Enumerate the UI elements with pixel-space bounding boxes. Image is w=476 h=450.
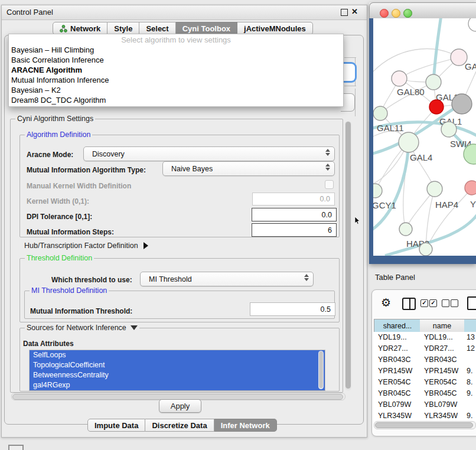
scrollbar-thumb[interactable] <box>375 422 473 428</box>
node-hap2[interactable] <box>399 223 412 236</box>
mac-zoom-button[interactable] <box>403 9 412 18</box>
node-hap4[interactable] <box>427 181 442 197</box>
table-row[interactable]: YBR045CYBR045C9. <box>374 388 476 399</box>
kernel-width-field[interactable]: 0.0 <box>252 193 335 206</box>
table-cell: 13 <box>467 333 475 341</box>
table-row[interactable]: YDR27...YDR27...12 <box>374 343 476 354</box>
algorithm-option[interactable]: ARACNE Algorithm <box>9 65 343 75</box>
tab-style[interactable]: Style <box>107 22 139 35</box>
node-gal10[interactable] <box>426 74 441 90</box>
table-cell: YLR345W <box>378 412 412 420</box>
table-cell: YDR27... <box>378 344 408 353</box>
node[interactable] <box>468 18 476 31</box>
combo-arrows-icon <box>325 149 330 156</box>
algorithm-option[interactable]: Basic Correlation Inference <box>9 55 343 65</box>
network-canvas[interactable]: GALGAL80GAL10GAL1GAL11SWI4GAL4GCY1HAP4YH… <box>373 18 476 256</box>
node-swi4[interactable] <box>441 122 457 137</box>
node-gal11[interactable] <box>373 106 387 120</box>
node-gal4[interactable] <box>399 132 419 152</box>
mi-type-combo[interactable]: Naive Bayes <box>162 161 335 176</box>
hub-definition-toggle[interactable]: Hub/Transcription Factor Definition <box>24 242 148 250</box>
table-icon[interactable] <box>467 296 476 310</box>
tab-network[interactable]: Network <box>53 22 107 35</box>
aracne-mode-combo[interactable]: Discovery <box>83 146 335 161</box>
table-horizontal-scrollbar[interactable] <box>374 421 476 429</box>
algorithm-option[interactable]: Bayesian – Hill Climbing <box>9 45 343 55</box>
checked-checkbox-icon[interactable]: ✓ <box>420 299 428 307</box>
gear-icon[interactable]: ⚙ <box>381 297 391 308</box>
node-y[interactable] <box>465 181 476 195</box>
table-cell: 12 <box>467 344 475 353</box>
tab-discretize-data[interactable]: Discretize Data <box>145 419 214 432</box>
tab-impute-data[interactable]: Impute Data <box>87 419 145 432</box>
table-cell: 9. <box>467 412 472 420</box>
mac-close-button[interactable] <box>380 9 389 18</box>
node-gal80[interactable] <box>392 71 407 86</box>
column-header-partial[interactable] <box>464 319 476 332</box>
algorithm-option[interactable]: Mutual Information Inference <box>9 75 343 85</box>
mi-steps-field[interactable]: 6 <box>252 223 337 237</box>
mac-minimize-button[interactable] <box>392 9 400 18</box>
node[interactable] <box>419 243 432 256</box>
control-panel-titlebar: Control Panel ✕ <box>2 5 367 20</box>
attribute-list-item[interactable]: TopologicalCoefficient <box>30 360 325 370</box>
scrollbar-thumb[interactable] <box>319 351 323 388</box>
node-gcy1[interactable] <box>373 184 382 198</box>
data-attributes-list[interactable]: SelfLoopsTopologicalCoefficientBetweenne… <box>29 350 325 391</box>
table-cell: 8. <box>467 378 472 386</box>
table-row[interactable]: YPR145WYPR145W9. <box>374 366 476 377</box>
table-rows: YDL19...YDL19...13YDR27...YDR27...12YBR0… <box>374 332 476 421</box>
algorithm-option[interactable]: Dream8 DC_TDC Algorithm <box>9 95 343 105</box>
float-window-icon[interactable] <box>341 9 348 16</box>
tab-select[interactable]: Select <box>139 22 175 35</box>
checked-checkbox-icon[interactable]: ✓ <box>429 299 437 307</box>
tab-cyni-toolbox[interactable]: Cyni Toolbox <box>176 22 237 35</box>
column-layout-icon[interactable] <box>402 298 416 310</box>
attribute-list-item[interactable]: gal4RGexp <box>30 380 325 390</box>
sources-toggle[interactable]: Sources for Network Inference <box>25 324 139 332</box>
close-icon[interactable]: ✕ <box>351 7 358 16</box>
which-threshold-combo[interactable]: MI Threshold <box>140 272 314 286</box>
settings-vertical-scrollbar[interactable] <box>345 121 351 390</box>
group-title: Algorithm Definition <box>25 131 92 139</box>
attribute-list-item[interactable]: SelfLoops <box>30 350 325 360</box>
apply-button[interactable]: Apply <box>159 399 201 413</box>
list-vertical-scrollbar[interactable] <box>318 351 324 389</box>
table-cell: YLR345W <box>424 412 458 420</box>
mi-threshold-label: Mutual Information Threshold: <box>30 307 132 315</box>
mi-type-label: Mutual Information Algorithm Type: <box>27 166 146 174</box>
hidden-focused-combo-fragment[interactable] <box>343 62 357 83</box>
group-title: Cyni Algorithm Settings <box>15 115 95 123</box>
mouse-cursor <box>354 217 361 225</box>
tab-infer-network[interactable]: Infer Network <box>214 419 277 432</box>
tab-jactivemnodules[interactable]: jActiveMNodules <box>237 22 313 35</box>
collapsed-panel-button[interactable] <box>8 445 24 450</box>
attribute-list-item[interactable]: BetweennessCentrality <box>30 370 325 380</box>
table-row[interactable]: YBL079WYBL079W <box>374 399 476 410</box>
hidden-group-border <box>355 89 356 116</box>
algorithm-dropdown-popup: Select algorithm to view settingsBayesia… <box>8 34 344 107</box>
dpi-tolerance-label: DPI Tolerance [0,1]: <box>27 213 92 221</box>
table-cell: YER054C <box>424 378 457 386</box>
dpi-tolerance-field[interactable]: 0.0 <box>252 208 337 221</box>
table-row[interactable]: YBR043CYBR043C <box>374 354 476 366</box>
unchecked-checkbox-icon[interactable] <box>451 299 458 307</box>
table-row[interactable]: YDL19...YDL19...13 <box>374 332 476 343</box>
tab-label: Cyni Toolbox <box>182 24 230 33</box>
algorithm-option[interactable]: Bayesian – K2 <box>9 85 343 95</box>
unchecked-checkbox-icon[interactable] <box>442 299 449 307</box>
scrollbar-thumb[interactable] <box>345 122 351 389</box>
table-row[interactable]: YLR345WYLR345W9. <box>374 410 476 421</box>
tab-label: Style <box>114 24 132 33</box>
tab-label: Network <box>70 24 100 33</box>
node-label: GCY1 <box>373 200 396 210</box>
table-row[interactable]: YER054CYER054C8. <box>374 377 476 388</box>
table-cell: 9. <box>467 389 472 397</box>
mi-threshold-field[interactable]: 0.5 <box>250 302 335 316</box>
node-gal1[interactable] <box>429 100 444 114</box>
column-header-shared-name[interactable]: shared... <box>374 319 421 332</box>
manual-kernel-checkbox[interactable] <box>325 180 334 189</box>
column-header-name[interactable]: name <box>420 319 465 332</box>
table-cell: YDR27... <box>424 344 454 353</box>
node[interactable] <box>452 94 472 114</box>
